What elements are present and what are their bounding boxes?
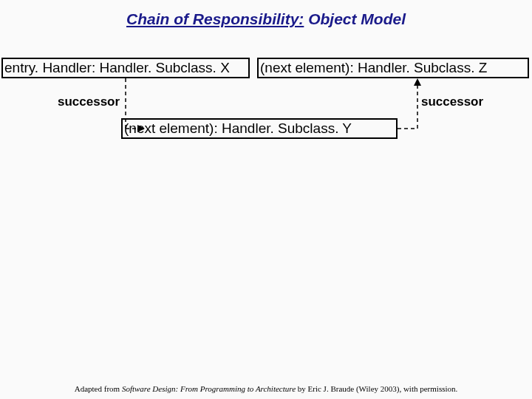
- attribution: Adapted from Software Design: From Progr…: [0, 384, 532, 393]
- box-entry-label: entry. Handler: Handler. Subclass. X: [4, 60, 230, 76]
- box-nexty-label: (next element): Handler. Subclass. Y: [124, 120, 352, 137]
- attribution-suffix: by Eric J. Braude (Wiley 2003), with per…: [296, 384, 457, 393]
- title-underlined: Chain of Responsibility:: [126, 10, 304, 27]
- title-rest: Object Model: [304, 10, 406, 27]
- box-next-y: (next element): Handler. Subclass. Y: [121, 118, 398, 139]
- attribution-italic: Software Design: From Programming to Arc…: [122, 384, 296, 393]
- label-successor-left: successor: [58, 95, 120, 109]
- label-successor-right: successor: [421, 95, 483, 109]
- page-title: Chain of Responsibility: Object Model: [0, 10, 532, 28]
- box-entry-handler: entry. Handler: Handler. Subclass. X: [1, 58, 250, 78]
- attribution-prefix: Adapted from: [75, 384, 122, 393]
- box-nextz-label: (next element): Handler. Subclass. Z: [260, 60, 487, 76]
- box-next-z: (next element): Handler. Subclass. Z: [257, 58, 529, 78]
- svg-marker-5: [414, 78, 421, 86]
